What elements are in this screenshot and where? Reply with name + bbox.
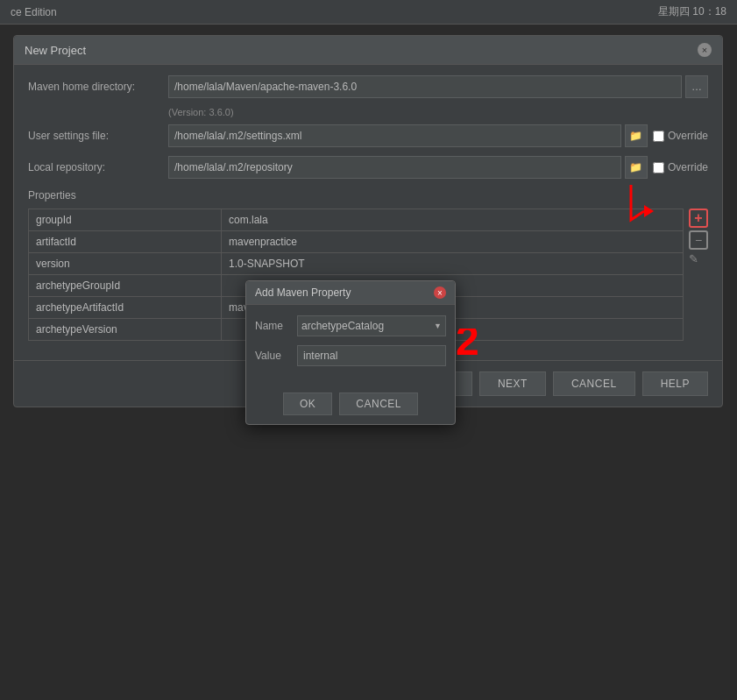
- maven-home-select[interactable]: /home/lala/Maven/apache-maven-3.6.0: [168, 75, 682, 98]
- modal-title: Add Maven Property: [255, 286, 351, 299]
- table-row[interactable]: version1.0-SNAPSHOT: [29, 253, 684, 275]
- dialog-title: New Project: [25, 44, 86, 57]
- local-repo-input-group: 📁 Override: [168, 156, 708, 179]
- maven-home-input-group: /home/lala/Maven/apache-maven-3.6.0 …: [168, 75, 708, 98]
- table-row[interactable]: artifactIdmavenpractice: [29, 231, 684, 253]
- maven-home-browse-button[interactable]: …: [685, 75, 708, 98]
- property-value-cell: com.lala: [222, 209, 684, 231]
- add-property-button[interactable]: +: [689, 209, 708, 228]
- maven-home-row: Maven home directory: /home/lala/Maven/a…: [28, 75, 708, 98]
- property-name-cell: version: [29, 253, 222, 275]
- top-bar-time: 星期四 10：18: [658, 4, 726, 19]
- local-repo-override-checkbox[interactable]: [653, 162, 664, 173]
- property-value-cell: mavenpractice: [222, 231, 684, 253]
- modal-value-input[interactable]: [297, 345, 446, 366]
- user-settings-label: User settings file:: [28, 130, 168, 142]
- edit-property-button[interactable]: ✎: [689, 252, 708, 265]
- modal-name-select-wrapper: archetypeCatalog groupId artifactId vers…: [297, 315, 446, 336]
- remove-property-button[interactable]: −: [689, 230, 708, 250]
- dialog-close-button[interactable]: ×: [698, 43, 712, 57]
- properties-title: Properties: [28, 187, 708, 203]
- table-row[interactable]: groupIdcom.lala: [29, 209, 684, 231]
- user-settings-row: User settings file: 📁 Override: [28, 124, 708, 147]
- help-button[interactable]: HELP: [642, 371, 708, 396]
- local-repo-override-group: Override: [653, 161, 708, 173]
- user-settings-override-checkbox[interactable]: [653, 131, 664, 142]
- local-repo-override-label: Override: [668, 161, 708, 173]
- modal-name-select[interactable]: archetypeCatalog groupId artifactId vers…: [297, 315, 446, 336]
- cancel-button[interactable]: CANCEL: [553, 371, 635, 396]
- user-settings-input-group: 📁 Override: [168, 124, 708, 147]
- modal-body: Name archetypeCatalog groupId artifactId…: [246, 305, 455, 385]
- local-repo-input[interactable]: [168, 156, 621, 179]
- property-action-buttons: + − ✎: [689, 209, 708, 265]
- modal-name-label: Name: [255, 320, 297, 332]
- modal-title-bar: Add Maven Property ×: [246, 281, 455, 305]
- property-name-cell: archetypeArtifactId: [29, 297, 222, 319]
- maven-version-note: (Version: 3.6.0): [168, 107, 708, 117]
- local-repo-row: Local repository: 📁 Override: [28, 156, 708, 179]
- user-settings-override-label: Override: [668, 130, 708, 142]
- modal-footer: OK CANCEL: [246, 385, 455, 424]
- property-name-cell: artifactId: [29, 231, 222, 253]
- top-bar: ce Edition 星期四 10：18: [0, 0, 737, 25]
- modal-name-row: Name archetypeCatalog groupId artifactId…: [255, 315, 446, 336]
- modal-close-button[interactable]: ×: [434, 286, 446, 299]
- modal-value-row: Value: [255, 345, 446, 366]
- property-value-cell: 1.0-SNAPSHOT: [222, 253, 684, 275]
- local-repo-label: Local repository:: [28, 161, 168, 173]
- property-name-cell: archetypeGroupId: [29, 275, 222, 297]
- next-button[interactable]: NEXT: [479, 371, 546, 396]
- user-settings-browse-button[interactable]: 📁: [625, 124, 648, 147]
- maven-home-label: Maven home directory:: [28, 81, 168, 93]
- add-maven-modal: Add Maven Property × Name archetypeCatal…: [245, 280, 456, 425]
- app-title: ce Edition: [11, 6, 57, 18]
- user-settings-override-group: Override: [653, 130, 708, 142]
- modal-cancel-button[interactable]: CANCEL: [339, 392, 418, 415]
- user-settings-input[interactable]: [168, 124, 621, 147]
- property-name-cell: groupId: [29, 209, 222, 231]
- dialog-title-bar: New Project ×: [14, 36, 722, 65]
- property-name-cell: archetypeVersion: [29, 319, 222, 341]
- local-repo-browse-button[interactable]: 📁: [625, 156, 648, 179]
- modal-value-label: Value: [255, 350, 297, 362]
- modal-ok-button[interactable]: OK: [283, 392, 332, 415]
